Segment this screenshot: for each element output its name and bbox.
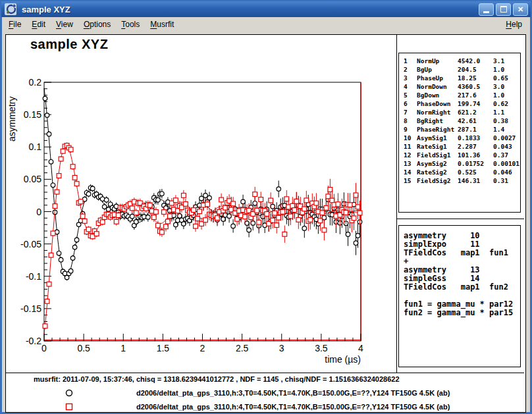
fit-status-line: musrfit: 2011-07-09, 15:37:46, chisq = 1… <box>34 375 400 383</box>
menu-musrfit[interactable]: Musrfit <box>146 18 178 31</box>
legend-run-text: d2006/deltat_pta_gps_3110,h:4,T0=4.50K,T… <box>136 403 450 411</box>
svg-text:0: 0 <box>41 343 47 353</box>
param-row: 5BgDown217.61.0 <box>404 91 520 99</box>
svg-text:0.05: 0.05 <box>24 174 41 184</box>
legend-row: d2006/deltat_pta_gps_3110,h:3,T0=4.50K,T… <box>6 388 519 398</box>
param-row: 11RateSig12.2870.043 <box>404 142 520 151</box>
param-row: 4NormDown4360.53.0 <box>404 82 520 91</box>
svg-text:1: 1 <box>120 343 126 353</box>
param-row: 13AsymSig20.017520.00101 <box>404 159 520 168</box>
svg-text:0: 0 <box>36 207 41 217</box>
param-row: 10AsymSig10.18330.0027 <box>404 134 520 142</box>
minimize-button[interactable] <box>479 3 494 16</box>
close-button[interactable]: ✕ <box>513 3 528 16</box>
window-title: sample XYZ <box>22 5 479 14</box>
param-row: 12FieldSig1101.360.37 <box>404 151 520 159</box>
svg-text:0.1: 0.1 <box>29 142 42 152</box>
menu-file[interactable]: File <box>5 18 25 31</box>
menu-view[interactable]: View <box>52 18 77 31</box>
asymmetry-plot[interactable]: sample XYZ00.511.522.533.540.20.150.10.0… <box>6 35 396 373</box>
menu-options[interactable]: Options <box>80 18 115 31</box>
svg-text:3.5: 3.5 <box>315 343 328 353</box>
svg-text:-0.2: -0.2 <box>26 336 41 346</box>
param-row: 2BgUp204.51.0 <box>404 65 520 74</box>
param-row: 3PhaseUp18.250.65 <box>404 74 520 82</box>
series-circle <box>43 88 362 280</box>
svg-text:3: 3 <box>279 343 284 353</box>
svg-text:0.2: 0.2 <box>29 77 42 88</box>
info-pad: musrfit: 2011-07-09, 15:37:46, chisq = 1… <box>6 373 524 412</box>
menu-tools[interactable]: Tools <box>117 18 144 31</box>
menu-help[interactable]: Help <box>502 18 526 31</box>
root-canvas[interactable]: sample XYZ00.511.522.533.540.20.150.10.0… <box>5 34 526 413</box>
titlebar[interactable]: sample XYZ ✕ <box>1 1 531 17</box>
legend-row: d2006/deltat_pta_gps_3110,h:4,T0=4.50K,T… <box>6 401 519 412</box>
param-row: 6PhaseDown199.740.62 <box>404 99 520 108</box>
svg-text:-0.15: -0.15 <box>20 303 41 314</box>
param-row: 7NormRight621.21.1 <box>404 108 520 116</box>
svg-text:2.5: 2.5 <box>236 343 249 353</box>
svg-text:1.5: 1.5 <box>157 343 170 353</box>
series-square <box>43 142 362 334</box>
svg-text:time (µs): time (µs) <box>325 354 361 365</box>
legend-circle-icon <box>64 388 74 401</box>
legend-square-icon <box>64 401 74 414</box>
theory-lines: asymmetry 10 simplExpo 11 TFieldCos map1… <box>404 232 520 317</box>
parameter-box: 1NormUp4542.03.12BgUp204.51.03PhaseUp18.… <box>398 53 521 213</box>
menu-edit[interactable]: Edit <box>28 18 49 31</box>
svg-text:4: 4 <box>358 343 363 353</box>
app-icon <box>4 3 17 16</box>
param-row: 8BgRight42.610.38 <box>404 116 520 125</box>
maximize-button[interactable] <box>496 3 511 16</box>
minimize-icon <box>483 11 489 13</box>
svg-text:asymmetry: asymmetry <box>7 97 17 142</box>
window-controls: ✕ <box>479 3 528 16</box>
menu-left: FileEditViewOptionsToolsMusrfit <box>2 18 178 31</box>
svg-text:-0.1: -0.1 <box>26 271 41 282</box>
svg-text:0.15: 0.15 <box>24 109 41 120</box>
legend-run-text: d2006/deltat_pta_gps_3110,h:3,T0=4.50K,T… <box>136 389 450 397</box>
svg-text:0.5: 0.5 <box>77 343 90 353</box>
menubar: FileEditViewOptionsToolsMusrfit Help <box>2 17 530 32</box>
svg-text:sample XYZ: sample XYZ <box>30 37 108 51</box>
param-row: 1NormUp4542.03.1 <box>404 57 520 65</box>
svg-text:-0.05: -0.05 <box>20 239 41 249</box>
param-row: 15FieldSig2146.310.31 <box>404 176 520 185</box>
param-row: 9PhaseRight287.11.4 <box>404 125 520 134</box>
menu-right: Help <box>499 18 526 31</box>
svg-text:2: 2 <box>200 343 205 353</box>
param-row: 14RateSig20.5250.046 <box>404 168 520 176</box>
right-pad-divider <box>396 219 524 219</box>
close-icon: ✕ <box>518 6 523 13</box>
maximize-icon <box>500 6 507 13</box>
pad-divider-vertical <box>396 35 397 373</box>
theory-box: asymmetry 10 simplExpo 11 TFieldCos map1… <box>398 225 521 367</box>
